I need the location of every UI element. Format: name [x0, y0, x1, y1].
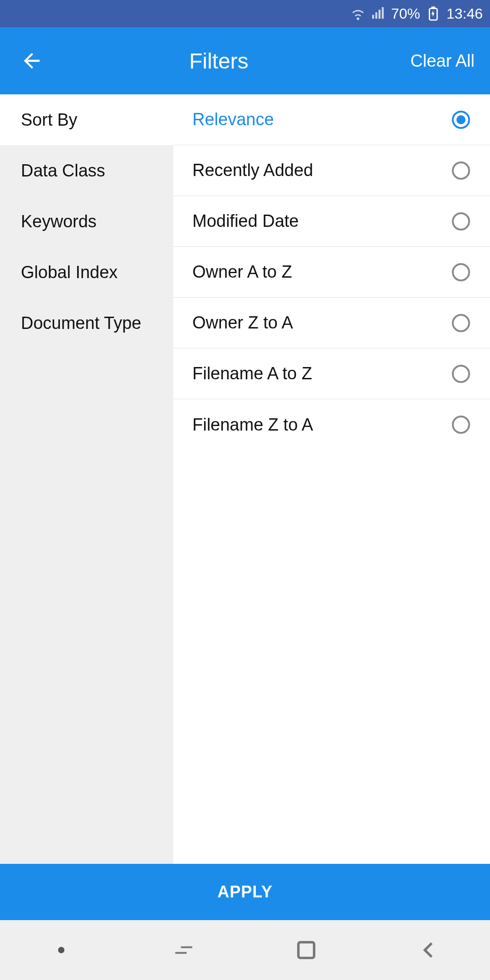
option-recently-added[interactable]: Recently Added	[173, 145, 490, 196]
filter-category-sidebar: Sort By Data Class Keywords Global Index…	[0, 94, 173, 864]
sidebar-item-label: Sort By	[21, 110, 78, 130]
nav-dot-button[interactable]	[43, 932, 79, 968]
option-label: Filename Z to A	[192, 415, 313, 435]
option-label: Owner Z to A	[192, 313, 293, 333]
option-owner-a-to-z[interactable]: Owner A to Z	[173, 247, 490, 298]
status-battery-text: 70%	[391, 5, 420, 22]
option-relevance[interactable]: Relevance	[173, 94, 490, 145]
sidebar-item-global-index[interactable]: Global Index	[0, 247, 173, 298]
radio-icon	[452, 314, 470, 332]
sidebar-item-label: Global Index	[21, 263, 118, 282]
sidebar-item-data-class[interactable]: Data Class	[0, 145, 173, 196]
wifi-icon	[350, 6, 366, 21]
sidebar-item-keywords[interactable]: Keywords	[0, 196, 173, 247]
svg-rect-2	[299, 942, 314, 958]
radio-icon	[452, 416, 470, 434]
option-modified-date[interactable]: Modified Date	[173, 196, 490, 247]
status-bar: 70% 13:46	[0, 0, 490, 27]
back-icon	[417, 938, 441, 962]
option-owner-z-to-a[interactable]: Owner Z to A	[173, 298, 490, 348]
toolbar: Filters Clear All	[0, 27, 490, 94]
navigation-bar	[0, 920, 490, 980]
sort-options-list: Relevance Recently Added Modified Date O…	[173, 94, 490, 864]
radio-icon	[452, 111, 470, 129]
radio-icon	[452, 263, 470, 281]
option-label: Recently Added	[192, 161, 313, 180]
status-time: 13:46	[446, 5, 483, 22]
svg-rect-1	[431, 6, 436, 8]
radio-icon	[452, 162, 470, 180]
nav-home-button[interactable]	[288, 932, 324, 968]
content-area: Sort By Data Class Keywords Global Index…	[0, 94, 490, 864]
option-label: Modified Date	[192, 211, 299, 231]
option-label: Relevance	[192, 110, 274, 129]
home-icon	[294, 938, 318, 962]
apply-button[interactable]: APPLY	[0, 864, 490, 920]
radio-icon	[452, 212, 470, 230]
nav-recents-button[interactable]	[166, 932, 202, 968]
page-title: Filters	[27, 49, 411, 74]
battery-charging-icon	[426, 6, 441, 21]
sidebar-item-document-type[interactable]: Document Type	[0, 298, 173, 348]
option-label: Owner A to Z	[192, 262, 292, 282]
option-label: Filename A to Z	[192, 364, 312, 383]
recents-icon	[172, 939, 195, 961]
sidebar-item-label: Document Type	[21, 314, 141, 333]
signal-icon	[370, 6, 386, 21]
option-filename-z-to-a[interactable]: Filename Z to A	[173, 399, 490, 450]
sidebar-item-sort-by[interactable]: Sort By	[0, 94, 173, 145]
dot-icon	[58, 947, 64, 953]
nav-back-button[interactable]	[411, 932, 447, 968]
sidebar-item-label: Keywords	[21, 212, 97, 231]
sidebar-item-label: Data Class	[21, 161, 105, 181]
clear-all-button[interactable]: Clear All	[411, 51, 475, 71]
option-filename-a-to-z[interactable]: Filename A to Z	[173, 348, 490, 399]
radio-icon	[452, 365, 470, 383]
